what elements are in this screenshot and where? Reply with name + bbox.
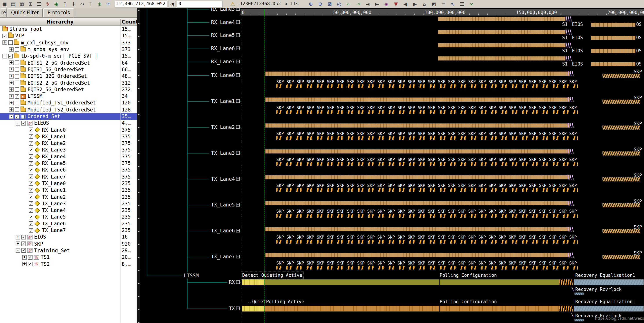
tx-transactions-bar-right[interactable] [602, 100, 640, 104]
tab-quick-filter[interactable]: Quick Filter [7, 8, 43, 17]
row-checkbox[interactable]: ✓ [29, 221, 34, 226]
ltssm-state-segment[interactable] [440, 306, 559, 311]
expand-transactions-icon[interactable]: + [236, 46, 240, 50]
aux-input[interactable] [177, 1, 223, 7]
row-checkbox[interactable]: ✓ [8, 54, 13, 59]
tree-row-RX_Lane1[interactable]: ✓RX_Lane1375 [0, 133, 137, 140]
tree-row-EQTS2_5G_OrderedSet[interactable]: +EQTS2_5G_OrderedSet272 [0, 86, 137, 93]
expand-transactions-icon[interactable]: + [236, 60, 240, 63]
rx-transactions-bar-right[interactable] [591, 62, 635, 66]
expand-icon[interactable]: + [16, 235, 20, 239]
tab-protocols[interactable]: Protocols [43, 8, 74, 17]
signal-RX_Lane5[interactable]: RX_Lane5+ [209, 32, 240, 38]
expand-transactions-icon[interactable]: + [236, 34, 240, 37]
marker-add-icon[interactable]: ▼ [393, 1, 399, 7]
tree-row-Training_Set[interactable]: -✓ORD SETTraining_Set29… [0, 247, 137, 254]
tree-row-Modified_TS1_OrderedSet[interactable]: +Modified_TS1_OrderedSet120 [0, 100, 137, 106]
tx-transactions-bar-right[interactable] [602, 255, 640, 259]
tx-transactions-bar-right[interactable] [602, 177, 640, 182]
tx-transactions-bar-right[interactable] [602, 126, 640, 130]
tab-tree[interactable]: ree [0, 8, 6, 17]
signal-ltssm-rx[interactable]: RX+ [227, 279, 240, 285]
signal-group-icon[interactable]: ≡ [440, 1, 446, 7]
next-marker-icon[interactable]: ▶ [412, 1, 418, 7]
tree-row-RX_Lane2[interactable]: ✓RX_Lane2375 [0, 140, 137, 146]
expand-transactions-icon[interactable]: + [236, 177, 240, 181]
tree-row-$trans_root[interactable]: $trans_root15… [0, 26, 137, 33]
tree-row-tb-spd-0-m_ser[ PCIE_SVT ][interactable]: -✓tb-spd-0-m_ser[ PCIE_SVT ]15… [0, 53, 137, 59]
expand-transactions-icon[interactable]: + [236, 73, 240, 77]
time-cursor-line[interactable] [264, 16, 264, 323]
tree-row-EIOS[interactable]: +✓ORD SETEIOS16 [0, 234, 137, 240]
row-checkbox[interactable] [15, 61, 19, 65]
expand-transactions-icon[interactable]: + [236, 306, 240, 310]
rx-transactions-bar-right[interactable] [591, 49, 635, 53]
signal-group-ltssm[interactable]: LTSSM [182, 272, 198, 278]
text-icon[interactable]: T [88, 1, 94, 7]
tx-transactions-bar-right[interactable] [602, 229, 640, 233]
row-checkbox[interactable]: ✓ [29, 148, 34, 152]
move-up-icon[interactable]: ↑ [62, 1, 68, 7]
tree-row-EQTS1_2_5G_OrderedSet[interactable]: +EQTS1_2_5G_OrderedSet64 [0, 59, 137, 66]
row-checkbox[interactable] [8, 41, 13, 45]
tree-row-EIEOS[interactable]: -✓ORD SETEIEOS4,… [0, 120, 137, 126]
tx-transactions-bar[interactable] [265, 123, 570, 128]
expand-transactions-icon[interactable]: + [236, 255, 240, 258]
tree-row-LTSSM[interactable]: +✓LTSSM34 [0, 93, 137, 100]
row-checkbox[interactable]: ✓ [29, 161, 34, 166]
signal-RX_Lane7[interactable]: RX_Lane7+ [209, 59, 240, 65]
snapshot-icon[interactable]: ◩ [430, 1, 437, 7]
expand-icon[interactable]: + [16, 242, 20, 246]
tree-row-RX_Lane5[interactable]: ✓RX_Lane5375 [0, 160, 137, 167]
row-checkbox[interactable]: ✓ [2, 34, 7, 38]
signal-TX_Lane6[interactable]: TX_Lane6+ [209, 228, 240, 234]
scroll-strip[interactable] [137, 8, 140, 323]
tree-row-Ordered_Set[interactable]: -✓Ordered_Set35… [0, 113, 137, 120]
row-checkbox[interactable]: ✓ [21, 121, 26, 126]
zoom-cursor-icon[interactable]: ◎ [336, 1, 342, 7]
add-signal-icon[interactable]: ⊕ [96, 1, 103, 7]
tree-row-RX_Lane0[interactable]: ✓RX_Lane0375 [0, 126, 137, 133]
tree-row-RX_Lane3[interactable]: ✓RX_Lane3375 [0, 147, 137, 153]
tx-transactions-bar[interactable] [265, 149, 570, 153]
tx-transactions-bar[interactable] [265, 97, 570, 102]
rx-transactions-bar[interactable] [438, 56, 565, 61]
ltssm-state-segment[interactable] [264, 279, 439, 285]
tree-row-EQTS1_32G_OrderedSet[interactable]: +EQTS1_32G_OrderedSet48… [0, 73, 137, 79]
expand-transactions-icon[interactable]: + [236, 125, 240, 129]
row-checkbox[interactable]: ✓ [21, 248, 26, 253]
tree-row-RX_Lane6[interactable]: ✓RX_Lane6375 [0, 167, 137, 173]
row-checkbox[interactable] [15, 87, 19, 92]
row-checkbox[interactable]: ✓ [29, 181, 34, 186]
tree-row-EQTS1_5G_OrderedSet[interactable]: +EQTS1_5G_OrderedSet66… [0, 66, 137, 73]
search-icon[interactable]: ◈ [383, 1, 390, 7]
row-checkbox[interactable] [15, 108, 19, 112]
paw-icon[interactable]: ※ [44, 1, 51, 7]
row-checkbox[interactable]: ✓ [21, 242, 26, 246]
tile-view-icon[interactable]: ▤ [10, 1, 16, 7]
row-checkbox[interactable]: ✓ [29, 128, 34, 132]
row-checkbox[interactable]: ✓ [29, 208, 34, 213]
expand-transactions-icon[interactable]: + [236, 20, 240, 24]
stopwatch-button[interactable]: ◔ [169, 1, 176, 7]
zoom-in-icon[interactable]: ⊕ [308, 1, 314, 7]
tree-row-TX_Lane6[interactable]: ✓TX_Lane6235 [0, 220, 137, 227]
expand-icon[interactable]: + [9, 108, 14, 112]
tree-row-Modified_TS2_OrderedSet[interactable]: +Modified_TS2_OrderedSet128 [0, 106, 137, 113]
next-transition-icon[interactable]: ⇥ [355, 1, 361, 7]
expand-icon[interactable]: + [9, 94, 14, 99]
hierarchy-column-header[interactable]: Hierarchy [0, 19, 120, 25]
row-checkbox[interactable]: ✓ [21, 235, 26, 239]
row-checkbox[interactable] [15, 81, 19, 85]
prev-marker-icon[interactable]: ◀ [402, 1, 409, 7]
tree-row-TX_Lane0[interactable]: ✓TX_Lane0235 [0, 180, 137, 187]
row-checkbox[interactable]: ✓ [28, 255, 32, 260]
rx-transactions-bar[interactable] [438, 43, 565, 47]
signal-TX_Lane3[interactable]: TX_Lane3+ [209, 150, 240, 156]
expand-transactions-icon[interactable]: + [236, 280, 240, 284]
row-checkbox[interactable]: ✓ [29, 134, 34, 139]
row-checkbox[interactable] [15, 101, 19, 105]
expand-icon[interactable]: + [9, 67, 14, 72]
list-view-icon[interactable]: ☰ [36, 1, 42, 7]
tree-row-SKP[interactable]: +✓ORD SETSKP920 [0, 240, 137, 247]
